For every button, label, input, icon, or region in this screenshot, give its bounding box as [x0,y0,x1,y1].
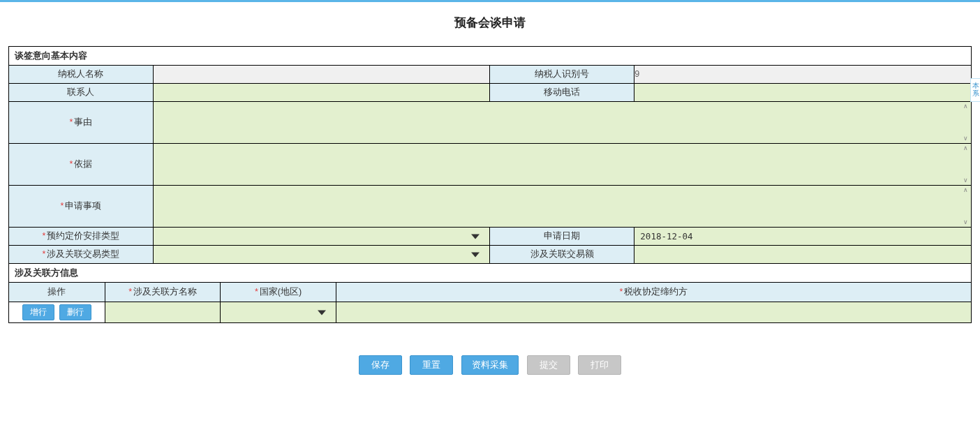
input-basis[interactable]: ∧∨ [153,144,971,186]
section1-table: 纳税人名称 纳税人识别号 9 联系人 移动电话 *事由 ∧∨ *依据 ∧∨ *申… [8,65,972,264]
label-basis: *依据 [9,144,154,186]
chevron-down-icon [318,310,326,315]
apply-date-value: 2018-12-04 [634,228,971,244]
input-apply-date[interactable]: 2018-12-04 [634,228,972,246]
value-taxpayer-id: 9 [634,66,972,84]
input-treaty-party[interactable] [336,302,971,323]
section2-header: 涉及关联方信息 [8,264,972,282]
label-mobile: 移动电话 [490,84,634,102]
table-row: 增行 删行 [9,302,972,323]
input-reason[interactable]: ∧∨ [153,102,971,144]
label-reason: *事由 [9,102,154,144]
scroll-indicator-icon: ∧∨ [961,145,970,184]
select-country[interactable] [221,302,336,323]
chevron-down-icon [471,234,480,239]
select-arrangement-type[interactable] [153,228,490,246]
label-arrangement-type: *预约定价安排类型 [9,228,154,246]
col-country: *国家(地区) [221,283,336,302]
side-tab[interactable]: 本系 [970,78,980,102]
input-contact[interactable] [153,84,490,102]
scroll-indicator-icon: ∧∨ [961,187,970,225]
col-party-name: *涉及关联方名称 [105,283,220,302]
section2-table: 操作 *涉及关联方名称 *国家(地区) *税收协定缔约方 增行 删行 [8,282,972,323]
scroll-indicator-icon: ∧∨ [961,103,970,142]
col-treaty-party: *税收协定缔约方 [336,283,971,302]
label-taxpayer-id: 纳税人识别号 [490,66,634,84]
label-taxpayer-name: 纳税人名称 [9,66,154,84]
add-row-button[interactable]: 增行 [22,304,54,320]
label-contact: 联系人 [9,84,154,102]
label-apply-item: *申请事项 [9,186,154,228]
mobile-field[interactable] [634,85,971,101]
label-related-tx-type: *涉及关联交易类型 [9,246,154,264]
col-op: 操作 [9,283,105,302]
reset-button[interactable]: 重置 [410,355,453,375]
value-taxpayer-name [153,66,490,84]
submit-button: 提交 [527,355,570,375]
input-apply-item[interactable]: ∧∨ [153,186,971,228]
delete-row-button[interactable]: 删行 [59,304,91,320]
label-related-tx-amount: 涉及关联交易额 [490,246,634,264]
chevron-down-icon [471,252,480,257]
contact-field[interactable] [154,85,490,101]
input-mobile[interactable] [634,84,972,102]
footer-buttons: 保存 重置 资料采集 提交 打印 [8,355,972,375]
print-button: 打印 [578,355,621,375]
input-related-tx-amount[interactable] [634,246,972,264]
save-button[interactable]: 保存 [359,355,402,375]
select-related-tx-type[interactable] [153,246,490,264]
page-title: 预备会谈申请 [8,2,972,46]
label-apply-date: 申请日期 [490,228,634,246]
input-party-name[interactable] [105,302,220,323]
section1-header: 谈签意向基本内容 [8,46,972,65]
collect-button[interactable]: 资料采集 [461,355,519,375]
